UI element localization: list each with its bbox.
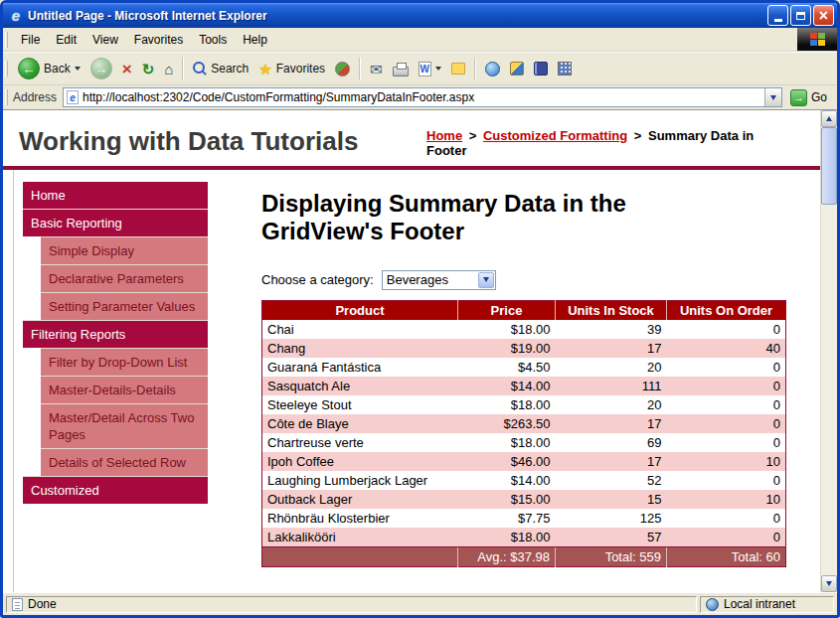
search-icon [193, 62, 207, 76]
word-icon [419, 62, 431, 77]
menu-item[interactable]: Help [235, 30, 275, 50]
favorites-button[interactable]: Favorites [253, 60, 330, 78]
addon-button-4[interactable] [553, 60, 577, 77]
sidebar-item[interactable]: Filtering Reports [23, 320, 208, 348]
addon-button-3[interactable] [529, 60, 553, 77]
col-price: Price [458, 300, 556, 320]
toolbar-grip [5, 61, 8, 77]
print-icon [393, 67, 409, 77]
select-dropdown-icon [478, 272, 494, 288]
menu-item[interactable]: File [13, 30, 48, 50]
cell-units-on-order: 10 [667, 490, 786, 509]
addon-button-2[interactable] [505, 60, 529, 77]
close-button[interactable] [813, 5, 834, 26]
addon-grid-icon [558, 62, 572, 76]
status-bar: Done Local intranet [3, 592, 837, 615]
sidebar-item[interactable]: Customized [23, 476, 208, 504]
refresh-button[interactable] [137, 60, 160, 78]
sidebar-item[interactable]: Details of Selected Row [41, 448, 208, 476]
addon-button-1[interactable] [480, 60, 505, 78]
chevron-down-icon [770, 95, 776, 100]
cell-price: $46.00 [458, 452, 556, 471]
ie-logo-icon[interactable] [8, 8, 24, 24]
favorites-star-icon [258, 62, 271, 77]
col-product: Product [262, 300, 458, 320]
cell-price: $7.75 [458, 509, 556, 528]
cell-units-on-order: 0 [667, 528, 786, 547]
col-units-in-stock: Units In Stock [556, 300, 667, 320]
table-row: Steeleye Stout $18.00 20 0 [262, 395, 786, 414]
cell-units-on-order: 0 [667, 414, 786, 433]
menu-item[interactable]: Edit [48, 30, 84, 50]
breadcrumb-section-link[interactable]: Customized Formatting [483, 128, 627, 143]
scroll-down-button[interactable] [821, 575, 837, 592]
edit-with-word-button[interactable] [414, 60, 446, 78]
cell-product: Steeleye Stout [262, 395, 458, 414]
media-icon [335, 62, 350, 77]
sidebar-item[interactable]: Setting Parameter Values [41, 292, 208, 320]
cell-units-on-order: 0 [667, 509, 786, 528]
sidebar-item[interactable]: Basic Reporting [23, 209, 208, 236]
sidebar-item[interactable]: Master/Detail Across Two Pages [41, 403, 208, 448]
minimize-button[interactable] [767, 5, 788, 26]
addon-globe-icon [485, 62, 500, 77]
table-row: Chartreuse verte $18.00 69 0 [262, 433, 786, 452]
search-button[interactable]: Search [188, 60, 253, 77]
maximize-icon [796, 12, 805, 20]
page-header: Working with Data Tutorials Home > Custo… [3, 110, 820, 170]
table-row: Chai $18.00 39 0 [262, 320, 786, 339]
category-label: Choose a category: [261, 272, 374, 287]
sidebar-item[interactable]: Filter by Drop-Down List [41, 348, 208, 376]
back-button[interactable]: Back [13, 56, 85, 81]
windows-logo-icon [797, 28, 837, 51]
browser-viewport: Working with Data Tutorials Home > Custo… [3, 110, 837, 592]
cell-product: Chartreuse verte [262, 433, 458, 452]
cell-units-on-order: 0 [667, 377, 786, 395]
stop-button[interactable] [117, 59, 137, 79]
print-button[interactable] [388, 60, 414, 78]
table-row: Lakkalikööri $18.00 57 0 [262, 528, 786, 547]
media-button[interactable] [330, 60, 355, 78]
zone-text: Local intranet [724, 597, 795, 611]
breadcrumb: Home > Customized Formatting > Summary D… [426, 122, 804, 158]
breadcrumb-home-link[interactable]: Home [426, 128, 462, 143]
title-bar[interactable]: Untitled Page - Microsoft Internet Explo… [3, 3, 837, 28]
sidebar-item[interactable]: Master-Details-Details [41, 376, 208, 403]
cell-price: $18.00 [458, 320, 556, 339]
sidebar-item[interactable]: Simple Display [41, 236, 208, 264]
cell-units-in-stock: 20 [556, 358, 667, 377]
forward-button[interactable] [85, 56, 117, 81]
scroll-up-button[interactable] [821, 110, 837, 127]
toolbar-grip [5, 89, 8, 105]
mail-icon [370, 62, 383, 77]
browser-window: Untitled Page - Microsoft Internet Explo… [0, 0, 840, 618]
home-button[interactable] [159, 60, 178, 78]
menu-item[interactable]: View [84, 30, 126, 50]
address-url-text: http://localhost:2302/Code/CustomFormatt… [83, 90, 764, 104]
maximize-button[interactable] [790, 5, 811, 26]
table-footer-row: Avg.: $37.98 Total: 559 Total: 60 [262, 546, 786, 566]
page-body: HomeBasic ReportingSimple DisplayDeclara… [3, 170, 820, 592]
edit-dropdown-icon[interactable] [435, 67, 441, 71]
menu-item[interactable]: Favorites [126, 30, 191, 50]
scrollbar-thumb[interactable] [821, 127, 837, 205]
cell-price: $18.00 [458, 395, 556, 414]
scrollbar-track[interactable] [821, 127, 837, 575]
address-input[interactable]: http://localhost:2302/Code/CustomFormatt… [63, 87, 782, 107]
cell-units-on-order: 10 [667, 452, 786, 471]
menu-item[interactable]: Tools [191, 30, 235, 50]
page-ie-icon [67, 90, 79, 104]
go-button[interactable]: Go [782, 89, 835, 106]
cell-units-in-stock: 57 [556, 528, 667, 547]
cell-price: $263.50 [458, 414, 556, 433]
discuss-button[interactable] [446, 61, 470, 77]
sidebar-item[interactable]: Home [23, 182, 208, 209]
sidebar-item[interactable]: Declarative Parameters [41, 264, 208, 292]
cell-units-in-stock: 69 [556, 433, 667, 452]
footer-total-order: Total: 60 [667, 546, 786, 566]
home-icon [164, 62, 173, 77]
back-dropdown-icon[interactable] [75, 67, 81, 71]
mail-button[interactable] [365, 60, 388, 78]
address-dropdown-button[interactable] [764, 88, 781, 106]
category-select[interactable]: Beverages [382, 270, 496, 290]
